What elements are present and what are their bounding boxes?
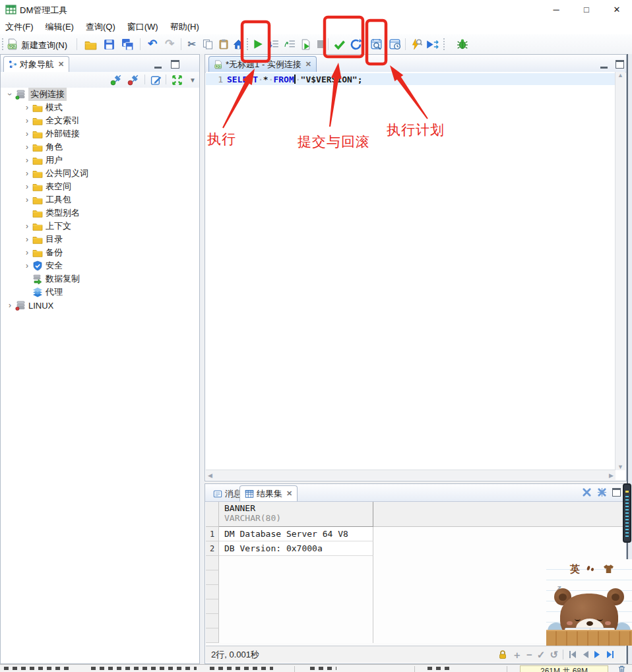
tree-chevron-icon[interactable]: › — [22, 116, 32, 125]
close-all-resultsets-icon[interactable] — [597, 487, 607, 497]
lock-icon[interactable] — [498, 650, 507, 659]
cut-icon[interactable]: ✂ — [185, 37, 199, 51]
tree-chevron-icon[interactable]: › — [22, 142, 32, 152]
editor-current-line[interactable]: 1 SELECT·*·FROM·"V$VERSION"; — [206, 73, 616, 85]
restore-panel-icon[interactable] — [612, 488, 621, 497]
panel-minimize-icon[interactable] — [151, 59, 164, 69]
editor-vscrollbar[interactable]: ▲▼ — [615, 72, 625, 470]
overview-marker-bar[interactable] — [623, 483, 631, 543]
close-resultset-icon[interactable] — [582, 487, 592, 497]
tree-item[interactable]: › 上下文 — [1, 220, 199, 233]
new-query-button[interactable]: 新建查询(N) — [21, 40, 67, 51]
run-icon[interactable] — [251, 37, 265, 51]
new-query-icon[interactable] — [5, 37, 20, 51]
sql-text[interactable]: SELECT·*·FROM·"V$VERSION"; — [227, 75, 363, 84]
cell-banner[interactable] — [219, 599, 373, 614]
tree-item[interactable]: › 类型别名 — [1, 206, 199, 220]
cell-banner[interactable] — [219, 628, 373, 643]
undo-icon[interactable]: ↶ — [145, 37, 160, 51]
paste-icon[interactable] — [216, 37, 231, 51]
panel-maximize-icon[interactable] — [168, 59, 181, 69]
stop-icon[interactable] — [314, 37, 329, 51]
panel-maximize-icon[interactable] — [613, 59, 626, 69]
run-to-cursor-icon[interactable] — [425, 37, 439, 51]
cell-banner[interactable] — [219, 556, 373, 570]
tree-item[interactable]: › 模式 — [1, 101, 199, 114]
redo-icon[interactable]: ↷ — [162, 37, 177, 51]
step-into-icon[interactable] — [267, 37, 281, 51]
tree-chevron-icon[interactable]: › — [22, 222, 32, 231]
tree-item[interactable]: › 工具包 — [1, 193, 199, 206]
cell-banner[interactable]: DB Version: 0x7000a — [219, 541, 373, 556]
disconnect-icon[interactable] — [126, 73, 141, 86]
explain-plan-icon[interactable] — [369, 37, 384, 51]
commit-edit-icon[interactable]: ✓ — [537, 650, 546, 660]
tree-item[interactable]: › 数据复制 — [1, 272, 199, 286]
maximize-button[interactable]: □ — [571, 0, 602, 20]
tree-item[interactable]: › 实例连接 — [1, 88, 199, 101]
cell-banner[interactable] — [219, 570, 373, 585]
tree-item[interactable]: › 备份 — [1, 246, 199, 259]
tree-chevron-icon[interactable]: › — [5, 90, 15, 99]
save-all-icon[interactable] — [120, 37, 135, 51]
add-row-icon[interactable]: ＋ — [512, 650, 522, 660]
refresh-icon[interactable]: ↺ — [550, 650, 558, 660]
run-script-icon[interactable] — [298, 37, 313, 51]
menu-item[interactable]: 窗口(W) — [127, 20, 165, 34]
tree-item[interactable]: › LINUX — [1, 299, 199, 312]
tab-resultset[interactable]: 结果集 ✕ — [239, 485, 298, 501]
first-page-icon[interactable] — [568, 650, 577, 659]
tree-chevron-icon[interactable]: › — [22, 261, 32, 270]
next-page-icon[interactable] — [594, 650, 601, 659]
step-over-icon[interactable] — [282, 37, 297, 51]
table-row[interactable]: 2 DB Version: 0x7000a — [206, 541, 625, 556]
tree-item[interactable]: › 安全 — [1, 259, 199, 272]
prev-page-icon[interactable] — [582, 650, 589, 659]
tree-chevron-icon[interactable]: › — [22, 248, 32, 257]
table-row[interactable]: 1 DM Database Server 64 V8 — [206, 527, 625, 541]
menu-item[interactable]: 查询(Q) — [86, 20, 122, 34]
expand-all-icon[interactable] — [170, 73, 184, 86]
close-tab-icon[interactable]: ✕ — [305, 60, 311, 69]
trash-icon[interactable] — [617, 665, 626, 672]
tree-item[interactable]: › 代理 — [1, 286, 199, 299]
tree-item[interactable]: › 目录 — [1, 233, 199, 246]
rollback-icon[interactable] — [348, 37, 363, 51]
copy-icon[interactable] — [201, 37, 215, 51]
cell-banner[interactable]: DM Database Server 64 V8 — [219, 527, 373, 541]
plan-schedule-icon[interactable] — [388, 37, 402, 51]
connect-icon[interactable] — [109, 73, 123, 86]
tree-chevron-icon[interactable]: › — [22, 103, 32, 112]
panel-minimize-icon[interactable] — [597, 59, 610, 69]
cell-banner[interactable] — [219, 614, 373, 628]
tree-item[interactable]: › 用户 — [1, 154, 199, 167]
tree-item[interactable]: › 全文索引 — [1, 114, 199, 127]
open-icon[interactable] — [83, 37, 98, 51]
close-tab-icon[interactable]: ✕ — [58, 60, 64, 69]
editor-hscrollbar[interactable]: ◀▶ — [206, 470, 616, 480]
tree-chevron-icon[interactable]: › — [22, 235, 32, 244]
tree-item[interactable]: › 公共同义词 — [1, 167, 199, 180]
tree-chevron-icon[interactable]: › — [22, 156, 32, 165]
menu-item[interactable]: 编辑(E) — [46, 20, 80, 34]
delete-row-icon[interactable]: − — [526, 650, 532, 660]
close-tab-icon[interactable]: ✕ — [286, 489, 292, 498]
commit-icon[interactable] — [332, 37, 346, 51]
minimize-button[interactable]: ─ — [541, 0, 571, 20]
home-icon[interactable] — [231, 37, 245, 51]
tab-object-nav[interactable]: 对象导航 ✕ — [3, 56, 69, 72]
edit-connection-icon[interactable] — [148, 73, 163, 86]
panel-splitter[interactable] — [200, 54, 205, 664]
tree-item[interactable]: › 表空间 — [1, 180, 199, 193]
tree-chevron-icon[interactable]: › — [5, 301, 15, 310]
editor-tab[interactable]: *无标题1 - 实例连接 ✕ — [208, 56, 317, 72]
tree-chevron-icon[interactable]: › — [22, 129, 32, 138]
save-icon[interactable] — [102, 37, 116, 51]
tree-item[interactable]: › 外部链接 — [1, 127, 199, 140]
tree-chevron-icon[interactable]: › — [22, 182, 32, 191]
tree-item[interactable]: › 角色 — [1, 140, 199, 154]
debug-icon[interactable] — [455, 37, 470, 51]
cell-banner[interactable] — [219, 585, 373, 599]
tree-chevron-icon[interactable]: › — [22, 169, 32, 178]
last-page-icon[interactable] — [606, 650, 615, 659]
